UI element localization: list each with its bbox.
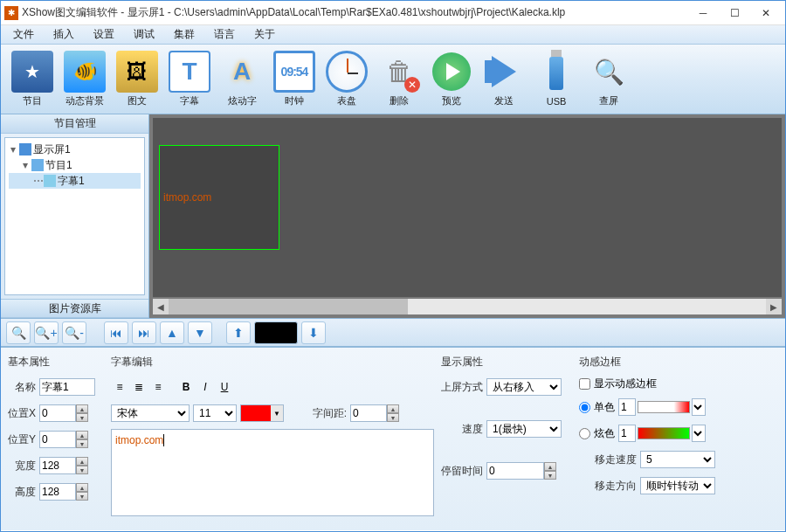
stay-dn[interactable]: ▼ bbox=[544, 471, 556, 480]
movedir-select[interactable]: 顺时针转动 bbox=[640, 477, 715, 494]
tb-subtitle[interactable]: 字幕 bbox=[163, 48, 216, 111]
align-left-button[interactable]: ≡ bbox=[111, 378, 128, 396]
italic-button[interactable]: I bbox=[196, 378, 214, 396]
tree-program[interactable]: ▾节目1 bbox=[9, 157, 141, 173]
app-icon: ✱ bbox=[4, 6, 18, 20]
find-icon bbox=[588, 51, 630, 93]
posy-up[interactable]: ▲ bbox=[76, 431, 88, 439]
tb-delete[interactable]: ✕删除 bbox=[373, 48, 425, 111]
width-input[interactable] bbox=[39, 457, 76, 474]
usb-icon bbox=[535, 52, 577, 94]
sp-up[interactable]: ▲ bbox=[387, 404, 399, 413]
height-input[interactable] bbox=[39, 483, 76, 501]
multi-spin[interactable] bbox=[618, 425, 636, 442]
posy-dn[interactable]: ▼ bbox=[76, 439, 88, 448]
tb-bg[interactable]: 动态背景 bbox=[59, 48, 111, 111]
single-color-radio[interactable] bbox=[579, 402, 590, 413]
movespd-select[interactable]: 5 bbox=[640, 451, 715, 468]
close-button[interactable]: ✕ bbox=[750, 3, 782, 23]
tb-cool[interactable]: 炫动字 bbox=[216, 48, 268, 111]
tb-preview[interactable]: 预览 bbox=[425, 48, 478, 111]
up-button[interactable]: ⬆ bbox=[226, 321, 251, 344]
multi-color-radio[interactable] bbox=[579, 428, 590, 439]
tb-dial[interactable]: 表盘 bbox=[321, 48, 373, 111]
menu-file[interactable]: 文件 bbox=[4, 25, 43, 44]
menu-bar: 文件 插入 设置 调试 集群 语言 关于 bbox=[1, 25, 785, 45]
align-center-button[interactable]: ≣ bbox=[130, 378, 148, 396]
tb-pic[interactable]: 图文 bbox=[111, 48, 163, 111]
pic-icon bbox=[116, 51, 158, 93]
fx-header: 动感边框 bbox=[579, 355, 778, 370]
bottom-button[interactable]: ▼ bbox=[188, 321, 212, 344]
zoom-in-button[interactable]: 🔍+ bbox=[34, 321, 59, 344]
multi-bar bbox=[638, 427, 690, 439]
name-input[interactable] bbox=[39, 378, 95, 396]
underline-button[interactable]: U bbox=[216, 378, 233, 396]
h-up[interactable]: ▲ bbox=[76, 483, 88, 492]
resource-header[interactable]: 图片资源库 bbox=[1, 299, 148, 318]
color-button[interactable]: ▼ bbox=[240, 404, 284, 422]
h-dn[interactable]: ▼ bbox=[76, 492, 88, 501]
show-border-checkbox[interactable] bbox=[579, 378, 590, 390]
single-spin[interactable] bbox=[618, 398, 636, 416]
h-scrollbar[interactable]: ◀ ▶ bbox=[153, 299, 782, 314]
subtitle-canvas[interactable]: itmop.com bbox=[159, 145, 279, 250]
tb-digital[interactable]: 时钟 bbox=[268, 48, 321, 111]
delete-icon: ✕ bbox=[378, 51, 420, 93]
window-title: XShow图文编辑软件 - 显示屏1 - C:\Users\admin\AppD… bbox=[22, 5, 687, 20]
maximize-button[interactable]: ☐ bbox=[719, 3, 750, 23]
scroll-right-icon[interactable]: ▶ bbox=[766, 299, 782, 314]
w-dn[interactable]: ▼ bbox=[76, 466, 88, 474]
w-up[interactable]: ▲ bbox=[76, 457, 88, 466]
top-button[interactable]: ▲ bbox=[160, 321, 184, 344]
single-bar bbox=[638, 401, 690, 413]
posx-up[interactable]: ▲ bbox=[76, 404, 88, 413]
zoom-fit-button[interactable]: 🔍 bbox=[6, 321, 31, 344]
size-select[interactable]: 11 bbox=[193, 404, 237, 422]
subtitle-edit-header: 字幕编辑 bbox=[111, 355, 434, 370]
tb-find[interactable]: 查屏 bbox=[583, 48, 635, 111]
menu-debug[interactable]: 调试 bbox=[125, 25, 163, 44]
sp-dn[interactable]: ▼ bbox=[387, 413, 399, 422]
tree-screen[interactable]: ▾显示屏1 bbox=[9, 142, 141, 157]
zoom-out-button[interactable]: 🔍- bbox=[62, 321, 86, 344]
subtitle-textarea[interactable]: itmop.com bbox=[111, 429, 434, 516]
font-select[interactable]: 宋体 bbox=[111, 404, 190, 422]
scroll-thumb[interactable] bbox=[169, 299, 408, 314]
menu-setting[interactable]: 设置 bbox=[85, 25, 123, 44]
play-icon bbox=[431, 51, 472, 93]
send-icon bbox=[483, 51, 525, 93]
menu-lang[interactable]: 语言 bbox=[205, 25, 244, 44]
stay-input[interactable] bbox=[486, 462, 544, 480]
down-button[interactable]: ⬇ bbox=[301, 321, 326, 344]
speed-select[interactable]: 1(最快) bbox=[486, 420, 562, 438]
last-button[interactable]: ⏭ bbox=[132, 321, 156, 344]
stay-up[interactable]: ▲ bbox=[544, 462, 556, 471]
tree-subtitle[interactable]: ⋯字幕1 bbox=[9, 173, 141, 189]
menu-about[interactable]: 关于 bbox=[245, 25, 284, 44]
tb-program[interactable]: 节目 bbox=[6, 48, 59, 111]
minimize-button[interactable]: ─ bbox=[687, 3, 719, 23]
preview-area: itmop.com ◀ ▶ bbox=[149, 114, 785, 318]
first-button[interactable]: ⏮ bbox=[104, 321, 128, 344]
menu-cluster[interactable]: 集群 bbox=[165, 25, 203, 44]
posx-input[interactable] bbox=[39, 404, 76, 422]
cool-icon bbox=[221, 51, 263, 93]
align-right-button[interactable]: ≡ bbox=[149, 378, 167, 396]
posx-dn[interactable]: ▼ bbox=[76, 413, 88, 422]
tree-header: 节目管理 bbox=[1, 114, 148, 134]
display-off-button[interactable] bbox=[254, 321, 298, 344]
bold-button[interactable]: B bbox=[177, 378, 195, 396]
basic-header: 基本属性 bbox=[8, 355, 104, 370]
menu-insert[interactable]: 插入 bbox=[45, 25, 83, 44]
display-header: 显示属性 bbox=[441, 355, 572, 370]
scroll-left-icon[interactable]: ◀ bbox=[153, 299, 169, 314]
multi-dd[interactable] bbox=[692, 425, 706, 442]
tb-send[interactable]: 发送 bbox=[478, 48, 530, 111]
text-icon bbox=[169, 51, 210, 93]
tb-usb[interactable]: USB bbox=[530, 48, 583, 111]
posy-input[interactable] bbox=[39, 431, 76, 448]
spacing-input[interactable] bbox=[350, 404, 387, 422]
single-dd[interactable] bbox=[692, 398, 706, 416]
mode-select[interactable]: 从右移入 bbox=[486, 378, 562, 396]
